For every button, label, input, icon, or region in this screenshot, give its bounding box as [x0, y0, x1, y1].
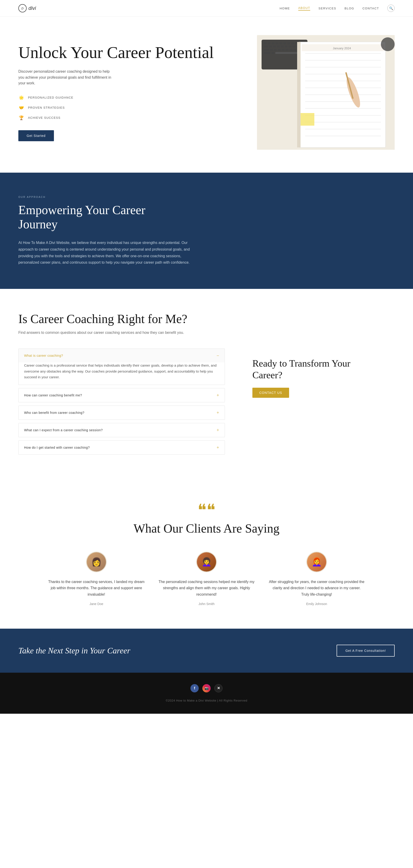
faq-title: Is Career Coaching Right for Me? — [18, 312, 395, 326]
faq-question-1: What is career coaching? — [24, 354, 63, 358]
faq-questions: What is career coaching? − Career coachi… — [18, 348, 225, 458]
testimonial-name-1: Jane Doe — [48, 602, 145, 606]
testimonial-text-2: The personalized coaching sessions helpe… — [158, 579, 255, 597]
faq-subtitle: Find answers to common questions about o… — [18, 331, 395, 335]
svg-rect-28 — [293, 49, 296, 51]
cta-title: Take the Next Step in Your Career — [18, 646, 130, 655]
faq-question-5: How do I get started with career coachin… — [24, 446, 90, 450]
svg-point-54 — [381, 37, 395, 51]
svg-rect-31 — [271, 52, 274, 54]
svg-rect-14 — [273, 45, 276, 48]
testimonial-2: 👩‍🦱 The personalized coaching sessions h… — [158, 552, 255, 606]
testimonial-text-3: After struggling for years, the career c… — [268, 579, 365, 597]
faq-question-3: Who can benefit from career coaching? — [24, 411, 84, 414]
svg-rect-26 — [286, 49, 288, 51]
faq-item-5-header[interactable]: How do I get started with career coachin… — [19, 441, 225, 455]
faq-item-5: How do I get started with career coachin… — [18, 440, 225, 455]
ready-content: Ready to Transform Your Career? Contact … — [248, 358, 385, 398]
faq-item-3: Who can benefit from career coaching? + — [18, 406, 225, 420]
feature-item-1: 🌟 Personalized Guidance — [18, 94, 239, 101]
faq-toggle-5: + — [216, 445, 219, 450]
hero-content: Unlock Your Career Potential Discover pe… — [18, 43, 239, 141]
avatar-3: 👩‍🦰 — [306, 552, 327, 572]
svg-rect-3 — [268, 42, 270, 44]
faq-toggle-2: + — [216, 393, 219, 398]
avatar-2: 👩‍🦱 — [196, 552, 217, 572]
ready-title: Ready to Transform Your Career? — [253, 358, 381, 381]
search-button[interactable]: 🔍 — [387, 5, 395, 12]
instagram-icon[interactable]: 📷 — [202, 684, 211, 692]
svg-rect-16 — [281, 45, 284, 48]
faq-toggle-3: + — [216, 410, 219, 415]
faq-item-3-header[interactable]: Who can benefit from career coaching? + — [19, 406, 225, 420]
get-started-button[interactable]: Get Started — [18, 130, 54, 141]
svg-rect-24 — [278, 49, 281, 51]
svg-rect-25 — [282, 49, 285, 51]
avatar-1: 👩 — [86, 552, 107, 572]
svg-rect-27 — [290, 49, 292, 51]
faq-item-1: What is career coaching? − Career coachi… — [18, 348, 225, 385]
hero-image: January 2024 — [257, 35, 395, 150]
nav-link-blog[interactable]: Blog — [345, 7, 354, 10]
svg-rect-13 — [269, 45, 272, 48]
free-consultation-button[interactable]: Get A Free Consultation! — [336, 645, 395, 657]
faq-item-4-header[interactable]: What can I expect from a career coaching… — [19, 423, 225, 437]
quote-mark: ❝❝ — [18, 504, 395, 517]
social-icons: f 📷 ✕ — [18, 684, 395, 692]
nav-link-home[interactable]: Home — [280, 7, 290, 10]
feature-label-3: Achieve Success — [28, 116, 61, 119]
svg-rect-5 — [275, 42, 278, 44]
testimonials-section: ❝❝ What Our Clients Are Saying 👩 Thanks … — [0, 481, 413, 629]
feature-label-1: Personalized Guidance — [28, 96, 73, 99]
hero-title: Unlock Your Career Potential — [18, 43, 239, 62]
nav-link-about[interactable]: About — [298, 6, 310, 10]
svg-rect-53 — [301, 113, 314, 126]
nav-link-contact[interactable]: Contact — [362, 7, 379, 10]
faq-item-1-header[interactable]: What is career coaching? − — [19, 349, 225, 363]
nav-link-services[interactable]: Services — [319, 7, 336, 10]
svg-rect-17 — [285, 45, 288, 48]
faq-item-2: How can career coaching benefit me? + — [18, 388, 225, 402]
faq-layout: What is career coaching? − Career coachi… — [18, 348, 395, 458]
approach-title: Empowering Your Career Journey — [18, 203, 179, 231]
avatar-image-2: 👩‍🦱 — [197, 552, 216, 571]
svg-rect-35 — [297, 42, 301, 147]
avatar-image-1: 👩 — [87, 552, 106, 571]
svg-rect-12 — [264, 45, 268, 48]
svg-rect-15 — [277, 45, 280, 48]
svg-rect-21 — [264, 49, 269, 51]
faq-toggle-4: + — [216, 428, 219, 432]
testimonial-text-1: Thanks to the career coaching services, … — [48, 579, 145, 597]
feature-icon-2: 🤝 — [18, 104, 25, 111]
svg-rect-19 — [293, 45, 295, 48]
faq-answer-1: Career coaching is a professional servic… — [19, 363, 225, 385]
svg-rect-8 — [287, 42, 290, 44]
nav-links: Home About Services Blog Contact 🔍 — [280, 5, 395, 12]
logo-name: divi — [28, 5, 36, 11]
feature-icon-3: 🏆 — [18, 115, 25, 121]
contact-us-button[interactable]: Contact Us — [253, 388, 289, 398]
svg-rect-32 — [275, 52, 298, 54]
desk-illustration: January 2024 — [257, 35, 395, 150]
hero-section: Unlock Your Career Potential Discover pe… — [0, 17, 413, 173]
testimonials-title: What Our Clients Are Saying — [18, 521, 395, 535]
faq-item-2-header[interactable]: How can career coaching benefit me? + — [19, 389, 225, 402]
hero-subtitle: Discover personalized career coaching de… — [18, 68, 115, 86]
logo[interactable]: D divi — [18, 4, 36, 12]
svg-rect-2 — [264, 42, 267, 44]
svg-rect-22 — [270, 49, 273, 51]
testimonials-grid: 👩 Thanks to the career coaching services… — [18, 552, 395, 606]
svg-rect-7 — [283, 42, 286, 44]
approach-section: Our Approach Empowering Your Career Jour… — [0, 173, 413, 289]
hero-image-placeholder: January 2024 — [257, 35, 395, 150]
faq-item-4: What can I expect from a career coaching… — [18, 423, 225, 437]
facebook-icon[interactable]: f — [190, 684, 199, 692]
x-icon[interactable]: ✕ — [214, 684, 223, 692]
testimonial-3: 👩‍🦰 After struggling for years, the care… — [268, 552, 365, 606]
copyright: ©2024 How to Make a Divi Website | All R… — [18, 699, 395, 702]
faq-ready-box: Ready to Transform Your Career? Contact … — [239, 348, 395, 407]
svg-rect-6 — [279, 42, 282, 44]
testimonial-1: 👩 Thanks to the career coaching services… — [48, 552, 145, 606]
navigation: D divi Home About Services Blog Contact … — [0, 0, 413, 17]
faq-section: Is Career Coaching Right for Me? Find an… — [0, 289, 413, 481]
